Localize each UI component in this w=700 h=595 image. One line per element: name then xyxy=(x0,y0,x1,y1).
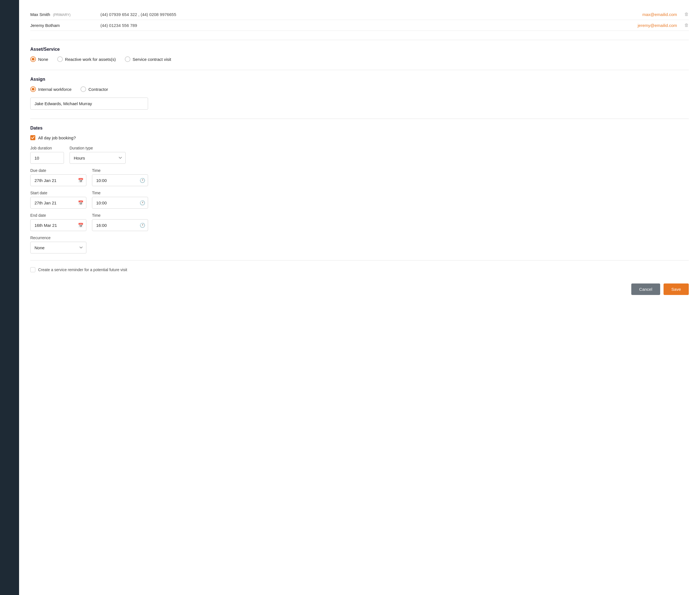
start-time-field: Time 🕐 xyxy=(92,191,148,208)
section-separator-2 xyxy=(30,70,689,70)
due-time-input-wrapper: 🕐 xyxy=(92,174,148,186)
service-reminder-label: Create a service reminder for a potentia… xyxy=(38,267,127,272)
contact-name-2: Jeremy Botham xyxy=(30,23,60,28)
end-time-label: Time xyxy=(92,213,148,218)
asset-service-radio[interactable] xyxy=(125,56,131,62)
delete-contact-2-icon[interactable]: 🗑 xyxy=(684,23,689,27)
end-date-label: End date xyxy=(30,213,86,218)
duration-type-select[interactable]: Hours Days Weeks xyxy=(69,152,125,164)
start-time-label: Time xyxy=(92,191,148,195)
duration-row: Job duration Duration type Hours Days We… xyxy=(30,146,689,164)
due-time-input[interactable] xyxy=(92,174,148,186)
asset-service-label: Service contract visit xyxy=(133,57,171,62)
primary-badge-1: (PRIMARY) xyxy=(53,13,71,17)
end-date-field: End date 📅 xyxy=(30,213,86,231)
recurrence-form-field: Recurrence None Daily Weekly Monthly xyxy=(30,235,689,253)
job-duration-input[interactable] xyxy=(30,152,64,164)
end-time-input[interactable] xyxy=(92,219,148,231)
asset-reactive-radio[interactable] xyxy=(57,56,63,62)
start-date-input-wrapper: 📅 xyxy=(30,197,86,208)
asset-reactive-option[interactable]: Reactive work for assets(s) xyxy=(57,56,116,62)
due-date-input-wrapper: 📅 xyxy=(30,174,86,186)
assign-internal-option[interactable]: Internal workforce xyxy=(30,86,72,92)
asset-service-section: Asset/Service None Reactive work for ass… xyxy=(30,47,689,62)
job-duration-field: Job duration xyxy=(30,146,64,164)
end-date-row: End date 📅 Time 🕐 xyxy=(30,213,689,231)
cancel-button[interactable]: Cancel xyxy=(631,283,660,295)
contact-phone-2: (44) 01234 556 789 xyxy=(101,20,471,31)
sidebar xyxy=(0,0,19,595)
main-content: Max Smith (PRIMARY) (44) 07939 654 322 ,… xyxy=(19,0,700,595)
asset-none-radio[interactable] xyxy=(30,56,36,62)
asset-service-title: Asset/Service xyxy=(30,47,689,52)
assign-title: Assign xyxy=(30,77,689,82)
due-time-field: Time 🕐 xyxy=(92,168,148,186)
start-date-field: Start date 📅 xyxy=(30,191,86,208)
assign-section: Assign Internal workforce Contractor xyxy=(30,77,689,112)
contacts-table: Max Smith (PRIMARY) (44) 07939 654 322 ,… xyxy=(30,9,689,31)
end-time-input-wrapper: 🕐 xyxy=(92,219,148,231)
assign-internal-label: Internal workforce xyxy=(38,87,72,92)
end-date-input-wrapper: 📅 xyxy=(30,219,86,231)
start-time-input[interactable] xyxy=(92,197,148,208)
contact-name-1: Max Smith xyxy=(30,12,50,17)
end-time-field: Time 🕐 xyxy=(92,213,148,231)
delete-contact-1-icon[interactable]: 🗑 xyxy=(684,12,689,17)
assign-internal-radio[interactable] xyxy=(30,86,36,92)
table-row: Max Smith (PRIMARY) (44) 07939 654 322 ,… xyxy=(30,9,689,20)
due-date-input[interactable] xyxy=(30,174,86,186)
assign-contractor-option[interactable]: Contractor xyxy=(81,86,108,92)
due-date-label: Due date xyxy=(30,168,86,173)
asset-none-label: None xyxy=(38,57,48,62)
service-reminder-checkbox[interactable] xyxy=(30,267,35,272)
all-day-checkbox[interactable] xyxy=(30,135,35,140)
all-day-row: All day job booking? xyxy=(30,135,689,140)
recurrence-select[interactable]: None Daily Weekly Monthly xyxy=(30,242,86,253)
section-separator-1 xyxy=(30,40,689,40)
contact-phone-1: (44) 07939 654 322 , (44) 0208 9976655 xyxy=(101,9,471,20)
assignee-input[interactable] xyxy=(30,97,148,110)
dates-section: Dates All day job booking? Job duration … xyxy=(30,125,689,253)
action-buttons: Cancel Save xyxy=(30,283,689,295)
save-button[interactable]: Save xyxy=(664,283,689,295)
start-date-row: Start date 📅 Time 🕐 xyxy=(30,191,689,208)
duration-type-field: Duration type Hours Days Weeks xyxy=(69,146,125,164)
asset-service-option[interactable]: Service contract visit xyxy=(125,56,171,62)
end-date-input[interactable] xyxy=(30,219,86,231)
asset-service-radio-group: None Reactive work for assets(s) Service… xyxy=(30,56,689,62)
all-day-label: All day job booking? xyxy=(38,136,76,140)
start-date-input[interactable] xyxy=(30,197,86,208)
dates-title: Dates xyxy=(30,125,689,131)
asset-none-option[interactable]: None xyxy=(30,56,48,62)
start-date-label: Start date xyxy=(30,191,86,195)
recurrence-label: Recurrence xyxy=(30,235,689,240)
recurrence-field: Recurrence None Daily Weekly Monthly xyxy=(30,235,689,253)
due-date-field: Due date 📅 xyxy=(30,168,86,186)
checkmark-icon xyxy=(31,136,34,139)
due-time-label: Time xyxy=(92,168,148,173)
start-time-input-wrapper: 🕐 xyxy=(92,197,148,208)
due-date-row: Due date 📅 Time 🕐 xyxy=(30,168,689,186)
section-separator-4 xyxy=(30,260,689,260)
service-reminder-row: Create a service reminder for a potentia… xyxy=(30,267,689,272)
contact-email-1: max@emailid.com xyxy=(471,9,680,20)
assign-contractor-label: Contractor xyxy=(88,87,108,92)
job-duration-label: Job duration xyxy=(30,146,64,150)
assign-radio-group: Internal workforce Contractor xyxy=(30,86,689,92)
duration-type-label: Duration type xyxy=(69,146,125,150)
assign-contractor-radio[interactable] xyxy=(81,86,86,92)
asset-reactive-label: Reactive work for assets(s) xyxy=(65,57,116,62)
contact-email-2: jeremy@emailid.com xyxy=(471,20,680,31)
form-container: Max Smith (PRIMARY) (44) 07939 654 322 ,… xyxy=(19,0,700,595)
table-row: Jeremy Botham (44) 01234 556 789 jeremy@… xyxy=(30,20,689,31)
